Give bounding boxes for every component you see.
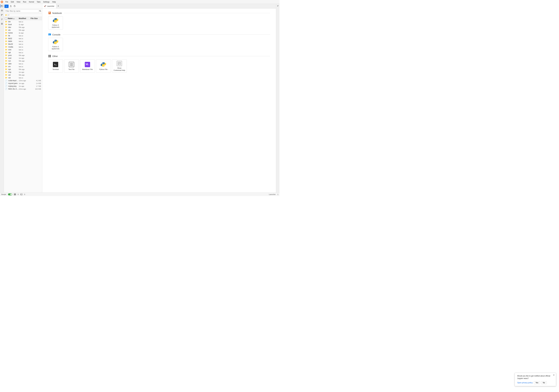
new-tab-button[interactable]: + xyxy=(56,4,60,9)
sidebar-running-btn[interactable] xyxy=(0,9,4,12)
search-input[interactable] xyxy=(4,9,39,13)
file-type-icon: 📁 xyxy=(5,20,7,23)
terminal-icon-inner xyxy=(53,62,58,67)
file-row[interactable]: 📁 usr 58s ago xyxy=(4,73,42,76)
file-type-icon: 📁 xyxy=(5,26,7,28)
status-right: Launcher 1 xyxy=(269,194,278,195)
file-row[interactable]: 📁 etc 59s ago xyxy=(4,29,42,31)
file-modified: last yr. xyxy=(19,38,31,39)
tab-icon: 🚀 xyxy=(44,5,46,7)
right-sidebar-btn[interactable] xyxy=(276,4,280,8)
menu-settings[interactable]: Settings xyxy=(42,0,51,3)
file-modified: 1m ago xyxy=(19,85,31,87)
svg-rect-29 xyxy=(48,55,49,56)
svg-rect-16 xyxy=(1,23,2,24)
file-type-icon: 📁 xyxy=(5,32,7,34)
file-row[interactable]: 📄 cuda-keyrin... 12mo ago 4.2 KB xyxy=(4,79,42,82)
file-name: proc xyxy=(8,54,19,56)
new-file-button[interactable]: + + xyxy=(4,5,9,8)
card-terminal[interactable]: Terminal xyxy=(48,59,63,73)
col-size-header[interactable]: File Size xyxy=(31,18,41,19)
file-row[interactable]: 📁 boot 2y ago xyxy=(4,23,42,26)
file-row[interactable]: 📁 sys 59s ago xyxy=(4,68,42,71)
file-row[interactable]: 📁 tmp 1m ago xyxy=(4,71,42,73)
card-text-file[interactable]: Text File xyxy=(64,59,79,73)
menu-kernel[interactable]: Kernel xyxy=(28,0,35,3)
card-python-3-(ipykernel)[interactable]: Python 3 (ipykernel) xyxy=(48,16,63,29)
card-python-file[interactable]: Python File xyxy=(96,59,111,73)
plus-icon: + xyxy=(6,5,7,7)
file-row[interactable]: 📄 NGC-DL-CO... 12mo ago 16.9 KB xyxy=(4,88,42,90)
card-python-3-(ipykernel)[interactable]: Python 3 (ipykernel) xyxy=(48,38,63,51)
card-show-contextual-help[interactable]: Show Contextual Help xyxy=(112,59,127,73)
file-row[interactable]: 📁 var last yr. xyxy=(4,76,42,79)
python-logo-icon xyxy=(53,18,58,23)
file-row[interactable]: 📁 proc 59s ago xyxy=(4,54,42,57)
menu-edit[interactable]: Edit xyxy=(9,0,15,3)
sidebar-files-btn[interactable] xyxy=(0,4,4,8)
card-markdown-file[interactable]: M↓ Markdown File xyxy=(80,59,95,73)
file-row[interactable]: 📄 mykey.key 1m ago 1.7 KB xyxy=(4,85,42,88)
simple-label: Simple xyxy=(1,194,6,195)
sidebar-extensions-btn[interactable] xyxy=(0,22,4,25)
launcher-section-console: Console Python 3 (ipykernel) xyxy=(48,33,270,51)
col-name-header[interactable]: Name ▲ xyxy=(8,18,19,19)
file-row[interactable]: 📁 run 59s ago xyxy=(4,60,42,62)
menu-file[interactable]: File xyxy=(4,0,9,3)
file-row[interactable]: 📁 lib32 last yr. xyxy=(4,37,42,40)
file-row[interactable]: 📁 mnt last yr. xyxy=(4,48,42,51)
file-row[interactable]: 📁 dev 59s ago xyxy=(4,26,42,29)
file-row[interactable]: 📁 home 2y ago xyxy=(4,31,42,34)
file-row[interactable]: 📁 srv last yr. xyxy=(4,65,42,68)
select-all-checkbox[interactable] xyxy=(5,18,7,19)
file-modified: last yr. xyxy=(19,49,31,51)
file-type-icon: 📄 xyxy=(5,85,7,87)
file-type-icon: 📁 xyxy=(5,51,7,53)
file-row[interactable]: 📁 sbin last yr. xyxy=(4,62,42,65)
menu-view[interactable]: View xyxy=(15,0,22,3)
col-modified-header[interactable]: Modified xyxy=(19,18,31,19)
file-row[interactable]: 📁 opt last yr. xyxy=(4,51,42,54)
file-row[interactable]: 📁 lib64 last yr. xyxy=(4,40,42,43)
tab-bar: 🚀 Launcher + xyxy=(42,4,276,9)
file-type-icon: 📁 xyxy=(5,43,7,45)
search-submit-button[interactable] xyxy=(39,9,42,13)
kernel-status-icon xyxy=(14,193,16,196)
refresh-button[interactable] xyxy=(13,4,16,8)
menu-help[interactable]: Help xyxy=(51,0,57,3)
menu-run[interactable]: Run xyxy=(22,0,28,3)
search-bar xyxy=(4,9,42,13)
simple-toggle[interactable] xyxy=(8,193,12,196)
file-modified: 2y ago xyxy=(19,24,31,25)
file-name: lib xyxy=(8,35,19,37)
upload-button[interactable] xyxy=(9,4,12,8)
launcher-tab[interactable]: 🚀 Launcher xyxy=(42,4,56,9)
file-row[interactable]: 📁 bin last yr. xyxy=(4,20,42,23)
file-size: 4.2 KB xyxy=(31,80,41,81)
section-icon-console xyxy=(48,33,51,36)
file-name: home xyxy=(8,32,19,34)
file-row[interactable]: 📁 media last yr. xyxy=(4,45,42,48)
file-size: 1.7 KB xyxy=(31,85,41,87)
file-row[interactable]: 📁 root 1m ago xyxy=(4,57,42,60)
file-row[interactable]: 📁 libx32 last yr. xyxy=(4,43,42,45)
menu-tabs[interactable]: Tabs xyxy=(36,0,42,3)
svg-rect-23 xyxy=(49,12,50,12)
file-modified: 12mo ago xyxy=(19,80,31,81)
file-size: 1.4 KB xyxy=(31,82,41,84)
svg-rect-17 xyxy=(2,23,3,24)
file-type-icon: 📁 xyxy=(5,68,7,71)
file-row[interactable]: 📁 lib last yr. xyxy=(4,34,42,37)
file-row[interactable]: 📄 mycert.pem 1m ago 1.4 KB xyxy=(4,82,42,85)
svg-point-8 xyxy=(2,14,3,15)
icon-sidebar xyxy=(0,4,4,192)
python-logo-icon xyxy=(101,62,106,67)
sidebar-list-btn[interactable] xyxy=(0,18,4,21)
file-modified: 59s ago xyxy=(19,69,31,70)
file-type-icon: 📁 xyxy=(5,54,7,56)
file-modified: last yr. xyxy=(19,63,31,65)
file-name: lib64 xyxy=(8,40,19,42)
launcher-section-other: Other Terminal xyxy=(48,55,270,73)
file-name: bin xyxy=(8,21,19,23)
sidebar-git-btn[interactable] xyxy=(0,13,4,17)
